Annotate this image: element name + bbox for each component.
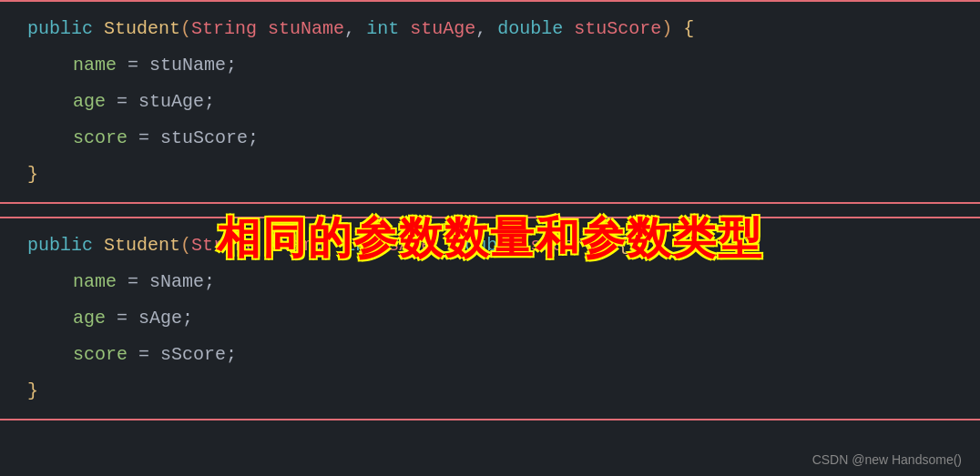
signature-line-1: public Student(String stuName, int stuAg… xyxy=(0,11,980,47)
code-line-2-4: score = sScore; xyxy=(0,337,980,373)
code-line-1-3: age = stuAge; xyxy=(0,84,980,120)
code-line-1-2: name = stuName; xyxy=(0,47,980,84)
code-block-1: public Student(String stuName, int stuAg… xyxy=(0,0,980,204)
code-block-2: public Student(String sName, int sAge, d… xyxy=(0,217,980,420)
signature-line-2: public Student(String sName, int sAge, d… xyxy=(0,228,980,264)
code-line-2-3: age = sAge; xyxy=(0,300,980,337)
code-line-2-2: name = sName; xyxy=(0,264,980,300)
watermark: CSDN @new Handsome() xyxy=(812,452,962,467)
code-line-2-5: } xyxy=(0,373,980,410)
block-divider xyxy=(0,204,980,217)
code-line-1-4: score = stuScore; xyxy=(0,120,980,157)
code-line-1-5: } xyxy=(0,157,980,193)
code-container: public Student(String stuName, int stuAg… xyxy=(0,0,980,476)
